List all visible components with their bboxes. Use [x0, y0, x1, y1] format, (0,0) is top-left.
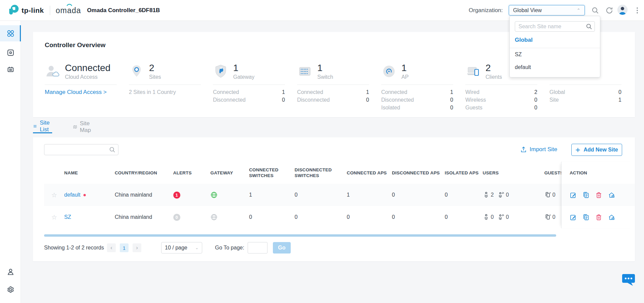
- divider: [213, 85, 285, 85]
- sites-count: 2: [149, 63, 161, 73]
- manage-cloud-access-link[interactable]: Manage Cloud Access >: [45, 89, 107, 96]
- column-header-name[interactable]: NAME: [64, 162, 115, 184]
- page-1-button[interactable]: 1: [120, 243, 129, 252]
- stat-row: Disconnected0: [381, 96, 453, 104]
- cloud-access-icon: [45, 64, 60, 79]
- column-header-users[interactable]: USERS: [483, 162, 533, 184]
- copy-icon[interactable]: [582, 192, 589, 199]
- guests-icon: [544, 192, 551, 198]
- add-new-site-button[interactable]: Add New Site: [571, 144, 622, 156]
- overview-title: Controller Overview: [45, 41, 106, 49]
- page-size-select[interactable]: 10 / page ⌄: [161, 242, 202, 254]
- edit-icon[interactable]: [570, 192, 577, 199]
- divider: [381, 85, 453, 85]
- tab-site-map-label: Site Map: [80, 120, 94, 134]
- column-header-country[interactable]: COUNTRY/REGION: [115, 162, 173, 184]
- wireless-users-count: 0: [506, 214, 509, 220]
- tp-link-logo-icon: [7, 4, 20, 16]
- alert-badge: 0: [173, 214, 180, 221]
- divider: [549, 85, 621, 85]
- tab-site-map[interactable]: Site Map: [73, 121, 94, 133]
- table-search-input[interactable]: [44, 144, 118, 155]
- sidebar-item-devices[interactable]: [0, 44, 21, 61]
- next-page-button[interactable]: ›: [133, 243, 141, 252]
- users-cell: 0 0: [483, 214, 533, 221]
- launch-site-icon[interactable]: [608, 192, 615, 199]
- stat-row: Site1: [549, 96, 621, 104]
- horizontal-scrollbar[interactable]: [44, 234, 556, 237]
- chat-bubble-icon[interactable]: [621, 273, 636, 286]
- site-name-link[interactable]: SZ: [64, 214, 71, 220]
- tab-site-list[interactable]: Site List: [33, 121, 52, 133]
- import-site-label: Import Site: [530, 146, 557, 153]
- site-name-link[interactable]: default: [64, 192, 80, 198]
- more-menu-icon[interactable]: [633, 6, 641, 14]
- launch-site-icon[interactable]: [608, 214, 615, 221]
- stat-row: Wireless0: [465, 96, 537, 104]
- stat-row: Connected1: [297, 88, 369, 96]
- stat-row: Disconnected0: [213, 96, 285, 104]
- goto-page-input[interactable]: [248, 242, 267, 254]
- dropdown-item-default[interactable]: default: [515, 61, 595, 74]
- access-point-icon: [6, 65, 15, 73]
- upload-icon: [520, 146, 527, 153]
- import-site-button[interactable]: Import Site: [520, 146, 557, 153]
- sidebar-item-settings[interactable]: [0, 281, 21, 298]
- sidebar: [0, 21, 21, 303]
- column-header-disconnected-aps[interactable]: DISCONNECTED APS: [392, 162, 445, 184]
- user-avatar[interactable]: [617, 5, 628, 15]
- disconnected-switches-cell: 0: [294, 214, 347, 220]
- connected-switches-cell: 0: [249, 214, 294, 220]
- notification-dot: [83, 194, 86, 196]
- tab-site-list-label: Site List: [40, 120, 52, 133]
- dropdown-item-sz[interactable]: SZ: [515, 48, 595, 61]
- organization-select[interactable]: Global View ⌃: [509, 5, 585, 15]
- connected-aps-cell: 0: [347, 214, 392, 220]
- column-header-disconnected-switches[interactable]: DISCONNECTED SWITCHES: [294, 162, 347, 184]
- delete-icon[interactable]: [595, 214, 602, 221]
- edit-icon[interactable]: [570, 214, 577, 221]
- device-icon: [6, 48, 15, 57]
- column-header-alerts[interactable]: ALERTS: [173, 162, 211, 184]
- stat-cloud-access: Connected Cloud Access Manage Cloud Acce…: [45, 62, 129, 111]
- stat-row: Global0: [549, 88, 621, 96]
- go-button[interactable]: Go: [273, 242, 291, 254]
- stat-sites: 2 Sites 2 Sites in 1 Country: [129, 62, 213, 111]
- users-cell: 2 0: [483, 192, 533, 198]
- divider: [465, 85, 537, 85]
- divider: [129, 85, 201, 85]
- column-header-gateway[interactable]: GATEWAY: [210, 162, 249, 184]
- delete-icon[interactable]: [595, 192, 602, 199]
- favorite-star-icon[interactable]: ☆: [51, 214, 57, 221]
- table-row-sz: ☆ SZ China mainland 0 0 0 0 0 0 0: [44, 206, 573, 228]
- pagination-bar: Showing 1-2 of 2 records ‹ 1 › 10 / page…: [44, 240, 624, 255]
- favorite-star-icon[interactable]: ☆: [51, 192, 57, 198]
- copy-icon[interactable]: [582, 214, 589, 221]
- clients-label: Clients: [486, 74, 502, 80]
- column-header-connected-switches[interactable]: CONNECTED SWITCHES: [249, 162, 294, 184]
- sidebar-item-dashboard[interactable]: [0, 25, 21, 41]
- stat-row: Guests0: [465, 104, 537, 111]
- stat-row: Wired2: [465, 88, 537, 96]
- column-header-isolated-aps[interactable]: ISOLATED APS: [445, 162, 483, 184]
- stat-gateway: 1 Gateway Connected1 Disconnected0: [213, 62, 297, 111]
- column-header-connected-aps[interactable]: CONNECTED APS: [347, 162, 392, 184]
- sidebar-item-account[interactable]: [0, 264, 21, 280]
- add-new-site-label: Add New Site: [583, 147, 618, 153]
- refresh-icon[interactable]: [605, 6, 613, 14]
- switch-count: 1: [317, 63, 333, 73]
- guests-count: 0: [552, 192, 556, 198]
- cloud-status: Connected: [65, 63, 110, 73]
- search-icon: [586, 23, 592, 30]
- site-search-input[interactable]: [515, 21, 595, 32]
- prev-page-button[interactable]: ‹: [107, 243, 116, 252]
- stat-row: Disconnected0: [297, 96, 369, 104]
- search-icon[interactable]: [591, 6, 599, 14]
- stat-ap: 1 AP Connected1 Disconnected0 Isolated0: [381, 62, 465, 111]
- omada-wifi-icon: [66, 2, 73, 7]
- wireless-users-count: 0: [506, 192, 509, 198]
- dropdown-item-global[interactable]: Global: [515, 37, 595, 43]
- sidebar-item-ap[interactable]: [0, 61, 21, 77]
- guests-icon: [544, 214, 551, 221]
- site-list-card: Import Site Add New Site NAME COUNTRY/RE…: [33, 137, 635, 261]
